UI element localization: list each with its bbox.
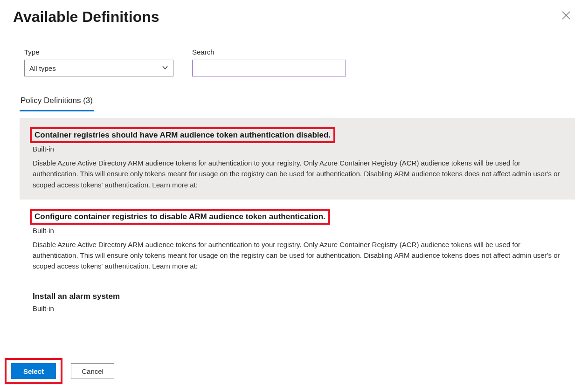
definition-title: Configure container registries to disabl… [30,209,330,225]
definitions-list-wrap: Container registries should have ARM aud… [20,118,575,323]
type-label: Type [24,48,173,56]
footer-buttons: Select Cancel [5,358,114,384]
list-item[interactable]: Container registries should have ARM aud… [20,118,575,200]
search-label: Search [192,48,346,56]
definition-type: Built-in [33,304,562,312]
definition-title: Install an alarm system [30,290,123,303]
tabs-row: Policy Definitions (3) [20,94,588,111]
definitions-list[interactable]: Container registries should have ARM aud… [20,118,575,323]
definition-type: Built-in [33,145,562,153]
definition-description: Disable Azure Active Directory ARM audie… [33,158,562,190]
chevron-down-icon [162,64,168,72]
list-item[interactable]: Configure container registries to disabl… [20,200,575,281]
type-filter-group: Type All types [24,48,173,76]
tab-label-prefix: Policy Definitions ( [21,96,86,105]
search-input[interactable] [192,60,346,76]
select-button[interactable]: Select [11,363,56,379]
list-item[interactable]: Install an alarm system Built-in [20,281,575,324]
panel-title: Available Definitions [13,8,159,26]
type-select[interactable]: All types [24,60,173,76]
definition-description: Disable Azure Active Directory ARM audie… [33,239,562,272]
definition-type: Built-in [33,227,562,234]
type-select-value: All types [29,64,56,72]
cancel-button[interactable]: Cancel [71,363,114,379]
panel-header: Available Definitions [0,0,588,26]
tab-count: 3 [86,96,90,105]
filter-row: Type All types Search [0,26,588,76]
search-filter-group: Search [192,48,346,76]
select-button-highlight: Select [5,358,62,384]
definition-title: Container registries should have ARM aud… [30,127,335,143]
close-icon[interactable] [557,8,575,24]
tab-policy-definitions[interactable]: Policy Definitions (3) [20,94,94,111]
tab-label-suffix: ) [90,96,93,105]
